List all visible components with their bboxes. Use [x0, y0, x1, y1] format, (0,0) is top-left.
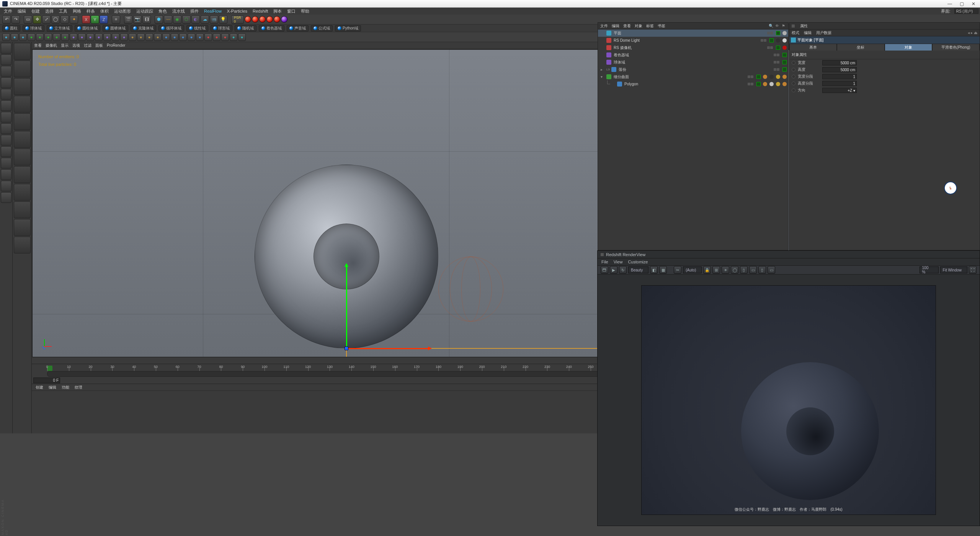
prop-宽度分段[interactable]: 1: [822, 74, 857, 79]
enable-checkbox[interactable]: [782, 53, 787, 57]
move-tool[interactable]: ✥: [33, 15, 41, 24]
field-圆锥体域[interactable]: 圆锥体域: [103, 25, 128, 31]
palette-button-0[interactable]: [14, 43, 31, 60]
mode-button-5[interactable]: [1, 100, 11, 111]
search-icon[interactable]: 🔍: [768, 23, 774, 29]
vp-menu-过滤[interactable]: 过滤: [84, 43, 91, 48]
palette-button-2[interactable]: [14, 78, 31, 95]
object-row-平面[interactable]: 平面: [598, 29, 788, 37]
mograph-tool-18[interactable]: ●: [154, 33, 162, 41]
render-settings-button[interactable]: 🎞: [142, 15, 151, 24]
prop-高度分段[interactable]: 1: [822, 81, 857, 86]
menu-Redshift[interactable]: Redshift: [250, 8, 270, 14]
mograph-tool-23[interactable]: ●: [196, 33, 204, 41]
vp-menu-ProRender[interactable]: ProRender: [107, 43, 125, 47]
field-声音域[interactable]: 声音域: [287, 25, 309, 31]
attr-menu-用户数据[interactable]: 用户数据: [816, 30, 831, 36]
render-menu-Customize[interactable]: Customize: [628, 260, 648, 264]
prop-方向[interactable]: +Z ▾: [822, 88, 857, 93]
menu-X-Particles[interactable]: X-Particles: [225, 8, 250, 14]
object-row-球体域[interactable]: 球体域: [598, 59, 788, 66]
mograph-tool-12[interactable]: ●: [103, 33, 111, 41]
render-snapshot-button[interactable]: 🗔: [601, 266, 608, 274]
mograph-tool-1[interactable]: ●: [11, 33, 18, 41]
field-圆柱体域[interactable]: 圆柱体域: [75, 25, 100, 31]
enable-checkbox[interactable]: [769, 38, 774, 42]
camera-button[interactable]: 📹: [210, 15, 218, 24]
mograph-tool-15[interactable]: ●: [129, 33, 136, 41]
region-icon[interactable]: ▦: [659, 266, 667, 274]
coord-system-button[interactable]: ⌗: [112, 15, 120, 24]
tag-icon[interactable]: [782, 75, 787, 79]
field-球体域[interactable]: 球体域: [23, 25, 44, 31]
mode-button-12[interactable]: [1, 181, 11, 191]
render-menu-File[interactable]: File: [601, 260, 608, 264]
mograph-tool-19[interactable]: ●: [162, 33, 170, 41]
lock-icon[interactable]: 🔒: [703, 266, 711, 274]
attr-menu-模式[interactable]: 模式: [792, 30, 799, 36]
object-row-着色器域[interactable]: 着色器域: [598, 51, 788, 59]
field-圆柱[interactable]: 圆柱: [2, 25, 20, 31]
palette-button-10[interactable]: [14, 219, 31, 236]
object-row-Polygon[interactable]: Polygon: [598, 80, 788, 88]
tag-icon[interactable]: [782, 46, 787, 50]
attr-tab-1[interactable]: 坐标: [837, 44, 884, 51]
layout-select[interactable]: RS (用户): [954, 8, 978, 14]
menu-插件[interactable]: 插件: [188, 8, 201, 15]
mograph-tool-20[interactable]: ●: [171, 33, 178, 41]
menu-运动跟踪[interactable]: 运动跟踪: [134, 8, 155, 15]
maximize-button[interactable]: ▢: [960, 1, 964, 7]
axis-gizmo[interactable]: [346, 348, 347, 349]
bright-icon[interactable]: ☀: [722, 266, 729, 274]
expand-icon[interactable]: ⛶: [969, 266, 977, 274]
record-button-5[interactable]: [274, 16, 280, 23]
field-随机域[interactable]: 随机域: [235, 25, 256, 31]
mograph-tool-27[interactable]: ●: [230, 33, 237, 41]
mograph-tool-0[interactable]: ●: [2, 33, 10, 41]
environment-button[interactable]: ☁: [201, 15, 209, 24]
mat-menu-创建[interactable]: 创建: [36, 385, 43, 390]
mograph-tool-22[interactable]: ●: [188, 33, 195, 41]
mograph-tool-8[interactable]: ●: [70, 33, 77, 41]
attr-tab-2[interactable]: 对象: [885, 44, 932, 51]
palette-button-3[interactable]: [14, 96, 31, 113]
tag-icon[interactable]: [776, 82, 780, 86]
enable-checkbox[interactable]: [782, 60, 787, 64]
palette-button-5[interactable]: [14, 131, 31, 148]
field-克隆体域[interactable]: 克隆体域: [131, 25, 156, 31]
field-Python域[interactable]: Python域: [335, 25, 361, 31]
fit-select[interactable]: Fit Window: [940, 266, 967, 273]
mode-button-3[interactable]: [1, 77, 11, 88]
mograph-tool-11[interactable]: ●: [95, 33, 103, 41]
mode-button-11[interactable]: [1, 169, 11, 180]
record-button-4[interactable]: [266, 16, 273, 23]
mograph-tool-9[interactable]: ●: [78, 33, 86, 41]
mograph-tool-3[interactable]: ●: [28, 33, 35, 41]
enable-checkbox[interactable]: [782, 67, 787, 72]
tag-icon[interactable]: [782, 38, 787, 42]
mograph-tool-7[interactable]: ●: [61, 33, 69, 41]
cube-primitive-button[interactable]: ⬢: [155, 15, 163, 24]
field-线性域[interactable]: 线性域: [186, 25, 208, 31]
enable-checkbox[interactable]: [776, 31, 780, 35]
mode-button-13[interactable]: [1, 192, 11, 203]
mode-button-4[interactable]: [1, 89, 11, 100]
pane-icon-2[interactable]: ▭: [749, 266, 757, 274]
palette-button-1[interactable]: [14, 60, 31, 77]
mograph-tool-24[interactable]: ●: [204, 33, 212, 41]
nurbs-button[interactable]: ◉: [173, 15, 181, 24]
attr-menu-编辑[interactable]: 编辑: [804, 30, 812, 36]
tag-icon[interactable]: [776, 38, 780, 42]
vp-menu-摄像机[interactable]: 摄像机: [46, 43, 57, 48]
render-refresh-button[interactable]: ↻: [619, 266, 627, 274]
mode-button-10[interactable]: [1, 158, 11, 168]
mat-menu-功能[interactable]: 功能: [62, 385, 69, 390]
palette-button-6[interactable]: [14, 149, 31, 165]
light-button[interactable]: 💡: [219, 15, 227, 24]
tag-icon[interactable]: [782, 82, 787, 86]
psr-button[interactable]: PSR0: [231, 15, 244, 24]
mograph-tool-17[interactable]: ●: [145, 33, 153, 41]
object-row-RS 摄像机[interactable]: RS 摄像机: [598, 44, 788, 51]
mograph-tool-13[interactable]: ●: [112, 33, 119, 41]
prop-高度[interactable]: 5000 cm: [822, 67, 857, 72]
